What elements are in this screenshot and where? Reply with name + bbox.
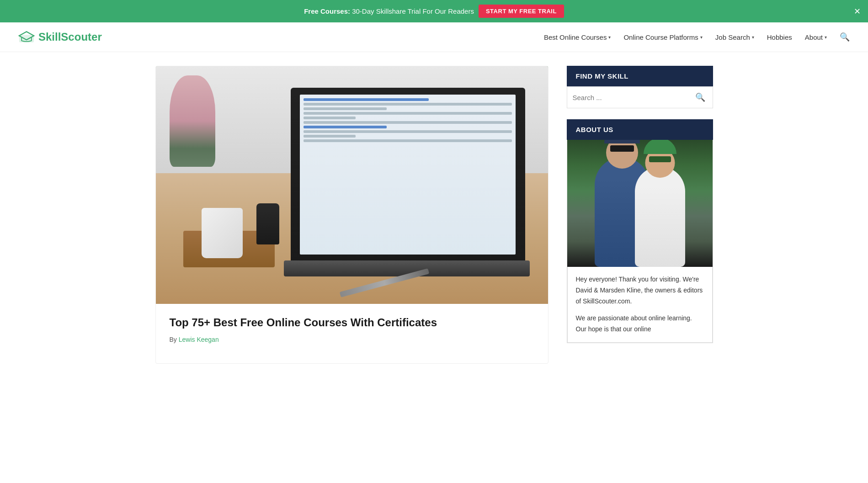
find-my-skill-widget: FIND MY SKILL 🔍 bbox=[567, 66, 713, 108]
logo-icon bbox=[18, 31, 35, 43]
logo-text: SkillScouter bbox=[38, 31, 102, 43]
search-submit-button[interactable]: 🔍 bbox=[693, 90, 707, 104]
banner-body: 30-Day Skillshare Trial For Our Readers bbox=[352, 7, 474, 15]
sunglasses-left bbox=[610, 145, 634, 152]
search-icon[interactable]: 🔍 bbox=[840, 32, 850, 42]
search-submit-icon: 🔍 bbox=[695, 93, 705, 102]
article-image bbox=[156, 66, 548, 304]
find-my-skill-title: FIND MY SKILL bbox=[567, 66, 713, 86]
about-image-container: Hey everyone! Thank you for visiting. We… bbox=[567, 140, 713, 343]
chevron-down-icon: ▾ bbox=[825, 35, 827, 40]
nav-item-job-search[interactable]: Job Search ▾ bbox=[715, 33, 754, 41]
cta-button[interactable]: START MY FREE TRAIL bbox=[479, 5, 564, 18]
about-text-container: Hey everyone! Thank you for visiting. We… bbox=[567, 267, 713, 343]
main-content: Top 75+ Best Free Online Courses With Ce… bbox=[137, 52, 731, 377]
search-container: 🔍 bbox=[567, 86, 713, 108]
main-nav: Best Online Courses ▾ Online Course Plat… bbox=[544, 32, 850, 42]
article-author: By Lewis Keegan bbox=[170, 336, 534, 343]
article: Top 75+ Best Free Online Courses With Ce… bbox=[155, 66, 548, 364]
chevron-down-icon: ▾ bbox=[700, 35, 703, 40]
logo[interactable]: SkillScouter bbox=[18, 31, 102, 43]
sidebar: FIND MY SKILL 🔍 ABOUT US bbox=[567, 66, 713, 354]
banner-text: Free Courses: 30-Day Skillshare Trial Fo… bbox=[304, 7, 474, 15]
article-title: Top 75+ Best Free Online Courses With Ce… bbox=[170, 315, 534, 330]
about-us-title: ABOUT US bbox=[567, 119, 713, 140]
person-right bbox=[635, 166, 685, 267]
nav-item-about[interactable]: About ▾ bbox=[805, 33, 827, 41]
chevron-down-icon: ▾ bbox=[608, 35, 611, 40]
article-body: Top 75+ Best Free Online Courses With Ce… bbox=[156, 304, 548, 354]
close-button[interactable]: ✕ bbox=[854, 7, 861, 16]
sunglasses-right bbox=[649, 156, 671, 162]
nav-item-hobbies[interactable]: Hobbies bbox=[767, 33, 792, 41]
nav-item-online-course-platforms[interactable]: Online Course Platforms ▾ bbox=[623, 33, 702, 41]
chevron-down-icon: ▾ bbox=[752, 35, 754, 40]
about-text-1: Hey everyone! Thank you for visiting. We… bbox=[576, 274, 704, 307]
nav-item-best-online-courses[interactable]: Best Online Courses ▾ bbox=[544, 33, 611, 41]
about-text-2: We are passionate about online learning.… bbox=[576, 313, 704, 335]
top-banner: Free Courses: 30-Day Skillshare Trial Fo… bbox=[0, 0, 868, 22]
about-image bbox=[567, 140, 713, 267]
search-input[interactable] bbox=[573, 94, 693, 101]
about-us-widget: ABOUT US Hey everyone! Thank you for vis… bbox=[567, 119, 713, 343]
banner-label: Free Courses: bbox=[304, 7, 350, 15]
header: SkillScouter Best Online Courses ▾ Onlin… bbox=[0, 22, 868, 52]
author-link[interactable]: Lewis Keegan bbox=[179, 336, 219, 343]
